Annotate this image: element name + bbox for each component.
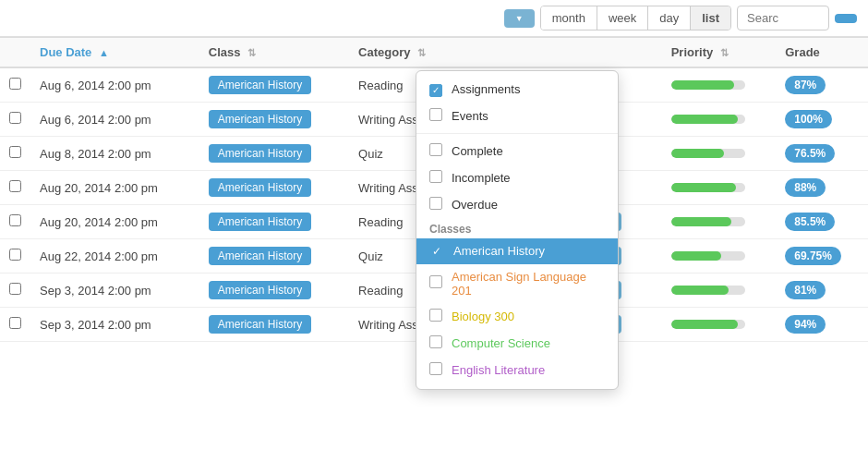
- dropdown-checkbox[interactable]: [429, 108, 442, 121]
- tab-week[interactable]: week: [597, 6, 648, 30]
- dropdown-checkbox[interactable]: [429, 197, 442, 210]
- col-category[interactable]: Category ⇅: [349, 38, 499, 68]
- cell-class: American History: [199, 274, 349, 308]
- class-badge[interactable]: American History: [209, 315, 311, 334]
- cell-grade: 100%: [776, 103, 868, 137]
- dropdown-check-icon: [429, 309, 442, 324]
- class-badge[interactable]: American History: [209, 178, 311, 197]
- priority-bar: [671, 115, 745, 124]
- row-checkbox-cell[interactable]: [0, 205, 30, 239]
- class-badge[interactable]: American History: [209, 76, 311, 94]
- sort-icon-class: ⇅: [247, 47, 256, 59]
- row-checkbox-cell[interactable]: [0, 274, 30, 308]
- dropdown-item-label: Complete: [452, 144, 503, 158]
- row-checkbox[interactable]: [9, 249, 21, 261]
- search-input[interactable]: [737, 6, 829, 30]
- dropdown-check-icon: [429, 197, 442, 213]
- row-checkbox-cell[interactable]: [0, 137, 30, 171]
- dropdown-check-icon: [429, 143, 442, 159]
- dropdown-checkbox[interactable]: [429, 275, 442, 288]
- col-due-date[interactable]: Due Date ▲: [30, 38, 199, 68]
- priority-bar: [671, 251, 745, 261]
- dropdown-item-label: Assignments: [452, 82, 520, 96]
- class-badge[interactable]: American History: [209, 281, 311, 299]
- priority-bar-fill: [671, 320, 739, 329]
- priority-bar: [671, 320, 745, 329]
- dropdown-item[interactable]: Assignments: [416, 77, 618, 103]
- row-checkbox-cell[interactable]: [0, 67, 30, 103]
- dropdown-item-label: English Literature: [452, 363, 545, 377]
- row-checkbox[interactable]: [9, 146, 21, 158]
- grade-badge: 87%: [785, 76, 826, 94]
- row-checkbox[interactable]: [9, 317, 21, 329]
- grade-badge: 81%: [785, 281, 826, 299]
- cell-class: American History: [199, 205, 349, 239]
- top-right-controls: month week day list: [504, 6, 857, 30]
- row-checkbox-cell[interactable]: [0, 171, 30, 205]
- dropdown-check-icon: ✓: [429, 244, 444, 259]
- dropdown-checkbox[interactable]: [429, 170, 442, 183]
- filter-button[interactable]: [504, 9, 535, 28]
- grade-badge: 85.5%: [785, 213, 835, 231]
- dropdown-checkbox[interactable]: [429, 309, 442, 322]
- top-bar: month week day list: [0, 0, 868, 37]
- table-header-row: Due Date ▲ Class ⇅ Category ⇅ Priority ⇅…: [0, 38, 868, 68]
- cell-grade: 88%: [776, 171, 868, 205]
- tab-month[interactable]: month: [541, 6, 597, 30]
- dropdown-checkbox[interactable]: [429, 143, 442, 156]
- add-event-button[interactable]: [835, 14, 857, 23]
- priority-bar: [671, 149, 745, 158]
- row-checkbox[interactable]: [9, 283, 21, 295]
- row-checkbox[interactable]: [9, 180, 21, 192]
- dropdown-item[interactable]: English Literature: [416, 357, 618, 383]
- view-tabs: month week day list: [540, 6, 731, 30]
- cell-due-date: Sep 3, 2014 2:00 pm: [30, 274, 199, 308]
- cell-grade: 69.75%: [776, 239, 868, 274]
- col-class[interactable]: Class ⇅: [199, 38, 349, 68]
- priority-bar-fill: [671, 149, 725, 158]
- priority-bar: [671, 183, 745, 192]
- priority-bar-fill: [671, 183, 736, 192]
- row-checkbox[interactable]: [9, 214, 21, 226]
- cell-class: American History: [199, 308, 349, 342]
- row-checkbox-cell[interactable]: [0, 103, 30, 137]
- cell-class: American History: [199, 171, 349, 205]
- dropdown-item-label: Overdue: [452, 198, 498, 212]
- dropdown-item[interactable]: Complete: [416, 138, 618, 164]
- cell-priority: [662, 67, 777, 103]
- col-unit: [499, 38, 662, 68]
- row-checkbox-cell[interactable]: [0, 308, 30, 342]
- dropdown-item[interactable]: American Sign Language 201: [416, 264, 618, 303]
- class-badge[interactable]: American History: [209, 110, 311, 128]
- row-checkbox[interactable]: [9, 112, 21, 124]
- cell-due-date: Aug 20, 2014 2:00 pm: [30, 205, 199, 239]
- col-grade[interactable]: Grade: [776, 38, 868, 68]
- dropdown-check-icon: [429, 275, 442, 291]
- dropdown-checkbox[interactable]: [429, 335, 442, 348]
- dropdown-item-label: American Sign Language 201: [452, 270, 605, 298]
- dropdown-check-icon: [429, 362, 442, 378]
- cell-priority: [662, 137, 777, 171]
- cell-due-date: Aug 20, 2014 2:00 pm: [30, 171, 199, 205]
- class-badge[interactable]: American History: [209, 144, 311, 163]
- dropdown-item[interactable]: Overdue: [416, 191, 618, 218]
- tab-day[interactable]: day: [648, 6, 691, 30]
- dropdown-check-icon: [429, 170, 442, 186]
- cell-grade: 81%: [776, 274, 868, 308]
- class-badge[interactable]: American History: [209, 247, 311, 265]
- tab-list[interactable]: list: [691, 6, 730, 30]
- dropdown-check-icon: [429, 335, 442, 351]
- row-checkbox[interactable]: [9, 78, 21, 90]
- dropdown-section-label: Classes: [416, 218, 618, 238]
- dropdown-checkbox[interactable]: [429, 84, 442, 97]
- row-checkbox-cell[interactable]: [0, 239, 30, 274]
- col-priority[interactable]: Priority ⇅: [662, 38, 777, 68]
- dropdown-item[interactable]: ✓American History: [416, 238, 618, 264]
- cell-class: American History: [199, 67, 349, 103]
- dropdown-item[interactable]: Events: [416, 103, 618, 129]
- class-badge[interactable]: American History: [209, 213, 311, 231]
- dropdown-item[interactable]: Computer Science: [416, 330, 618, 357]
- dropdown-checkbox[interactable]: [429, 362, 442, 375]
- dropdown-item[interactable]: Biology 300: [416, 303, 618, 330]
- dropdown-item[interactable]: Incomplete: [416, 164, 618, 191]
